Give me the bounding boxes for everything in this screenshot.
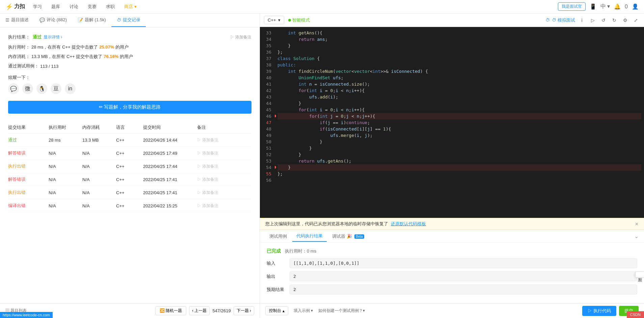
console-button[interactable]: 控制台 ▴ (265, 306, 288, 315)
avatar-icon[interactable]: 👤 (632, 3, 639, 10)
row-time: 2022/04/22 15:25 (143, 203, 197, 208)
smart-mode-toggle[interactable]: 智能模式 (288, 17, 310, 23)
code-line: } (277, 42, 641, 49)
row-add-note[interactable]: ▷ 添加备注 (197, 150, 231, 156)
language-selector[interactable]: C++ ▾ (264, 16, 284, 24)
nav-problems[interactable]: 题库 (50, 4, 61, 10)
code-line: } (277, 151, 641, 158)
row-status[interactable]: 解答错误 (8, 150, 49, 156)
line-number: 51 (260, 145, 271, 151)
lang-select-icon[interactable]: 中 ▾ (600, 3, 610, 10)
nav-contest[interactable]: 竞赛 (86, 4, 98, 10)
info-icon-btn[interactable]: i (578, 16, 586, 24)
wechat-icon[interactable]: 💬 (8, 83, 19, 94)
tab-debugger[interactable]: 调试器 🎉 Beta (328, 231, 368, 241)
notif-close-button[interactable]: ✕ (635, 222, 639, 227)
prev-problem-button[interactable]: ‹ 上一题 (189, 306, 210, 315)
linkedin-icon[interactable]: in (65, 83, 76, 94)
row-status[interactable]: 执行出错 (8, 163, 49, 169)
row-add-note[interactable]: ▷ 添加备注 (197, 190, 231, 196)
nav-jobs[interactable]: 求职 (105, 4, 116, 10)
input-value[interactable]: [[1,1,0],[1,1,0],[0,0,1]] (290, 258, 637, 268)
row-status[interactable]: 执行出错 (8, 190, 49, 196)
douban-icon[interactable]: 豆 (51, 83, 61, 94)
play-icon-btn[interactable]: ▷ (589, 16, 597, 24)
row-memory: N/A (82, 190, 116, 195)
csdn-button[interactable]: CSDN (627, 311, 644, 318)
fill-example-button[interactable]: 填入示例 ▾ (291, 308, 316, 314)
tab-problem-description[interactable]: ☰ 题目描述 (0, 13, 34, 27)
qq-icon[interactable]: 🐧 (36, 83, 47, 94)
editor-actions: ⏱ ⏱ 模拟面试 i ▷ ↺ ↻ ⚙ ⤢ (545, 16, 640, 24)
code-content[interactable]: int getAns(){ return ans; }};class Solut… (275, 27, 644, 218)
row-lang: C++ (116, 138, 143, 143)
row-runtime: N/A (49, 151, 82, 156)
smart-mode-label: 智能模式 (292, 17, 310, 23)
nav-shop[interactable]: 商店 ▾ (123, 4, 138, 10)
row-add-note[interactable]: ▷ 添加备注 (197, 177, 231, 182)
submissions-table: 通过 28 ms 13.3 MB C++ 2022/04/26 14:44 ▷ … (8, 134, 251, 212)
logo[interactable]: ⚡ 力扣 (5, 3, 25, 10)
line-number: 47 (260, 119, 271, 126)
simulate-interview-button[interactable]: ⏱ ⏱ 模拟面试 (545, 17, 575, 23)
result-status: 通过 (33, 34, 42, 40)
restore-template-link[interactable]: 还原默认代码模板 (391, 221, 426, 227)
code-line: } (277, 145, 641, 151)
tab-test-cases[interactable]: 测试用例 (265, 231, 291, 241)
weibo-icon[interactable]: 微 (22, 83, 33, 94)
line-number: 46 (260, 113, 271, 119)
code-line: }; (277, 49, 641, 55)
row-add-note[interactable]: ▷ 添加备注 (197, 137, 231, 143)
redo-icon-btn[interactable]: ↻ (610, 16, 618, 24)
output-value: 2 (290, 271, 637, 281)
tab-execution-result[interactable]: 代码执行结果 (292, 231, 327, 242)
mobile-icon[interactable]: 📱 (590, 3, 596, 10)
error-dot (275, 166, 276, 169)
diff-button[interactable]: 差别 (635, 271, 644, 278)
nav-study[interactable]: 学习 (32, 4, 43, 10)
undo-icon-btn[interactable]: ↺ (599, 16, 608, 24)
write-solution-button[interactable]: ✏ 写题解，分享我的解题思路 (8, 101, 251, 114)
lang-arrow-icon: ▾ (278, 18, 280, 23)
add-note-top[interactable]: ▷ 添加备注 (230, 34, 251, 40)
result-detail-link[interactable]: 显示详情 › (44, 34, 62, 40)
code-line: int findCircleNum(vector<vector<int>>& i… (277, 68, 641, 75)
line-number: 42 (260, 87, 271, 94)
nav-discuss[interactable]: 讨论 (68, 4, 80, 10)
notif-text: 您上次编辑到这里，代码已从您浏览器本地的临时存储中恢复了 (265, 221, 388, 227)
interview-button[interactable]: 我是面试官 (558, 2, 586, 11)
row-add-note[interactable]: ▷ 添加备注 (197, 203, 231, 209)
beta-badge: Beta (354, 234, 364, 239)
logo-text: 力扣 (14, 3, 25, 10)
main-layout: ☰ 题目描述 💬 评论 (882) 📝 题解 (1.5k) ⏱ 提交记录 执行结… (0, 13, 644, 318)
line-number: 33 (260, 30, 271, 36)
row-status[interactable]: 通过 (8, 137, 49, 143)
code-line: ufs.add(i); (277, 94, 641, 100)
expand-icon-btn[interactable]: ⤢ (632, 16, 640, 24)
run-code-button[interactable]: ▷ 执行代码 (582, 306, 616, 316)
clock-icon: ⏱ (545, 18, 550, 23)
line-number: 56 (260, 177, 271, 183)
collapse-panel-icon[interactable]: ⌄ (634, 233, 639, 239)
code-editor[interactable]: 3334353637383940414243444546474849505152… (260, 27, 644, 218)
share-label: 炫耀一下： (8, 75, 251, 81)
row-status[interactable]: 解答错误 (8, 176, 49, 182)
line-number: 54 (260, 164, 271, 171)
row-runtime: N/A (49, 190, 82, 195)
row-add-note[interactable]: ▷ 添加备注 (197, 164, 231, 169)
how-to-create-button[interactable]: 如何创建一个测试用例？▾ (318, 308, 365, 314)
tab-submissions[interactable]: ⏱ 提交记录 (111, 13, 146, 27)
tab-solutions[interactable]: 📝 题解 (1.5k) (72, 13, 111, 27)
url-bar: https://www.leetcode-cn.com (0, 312, 53, 318)
row-status[interactable]: 编译出错 (8, 203, 49, 209)
output-row: 输出 2 (267, 271, 637, 281)
tab-comments[interactable]: 💬 评论 (882) (34, 13, 72, 27)
settings-icon-btn[interactable]: ⚙ (621, 16, 629, 24)
top-navigation: ⚡ 力扣 学习 题库 讨论 竞赛 求职 商店 ▾ 我是面试官 📱 中 ▾ 🔔 0… (0, 0, 644, 13)
random-problem-button[interactable]: 🔀 随机一题 (155, 306, 186, 315)
table-row: 执行出错 N/A N/A C++ 2022/04/25 17:44 ▷ 添加备注 (8, 160, 251, 173)
next-problem-button[interactable]: 下一题 › (234, 306, 254, 315)
runtime-desc: ，在所有 C++ 提交中击败了 (43, 44, 98, 50)
notification-icon[interactable]: 🔔 (614, 3, 621, 10)
code-line: UnionFindSet ufs; (277, 75, 641, 81)
